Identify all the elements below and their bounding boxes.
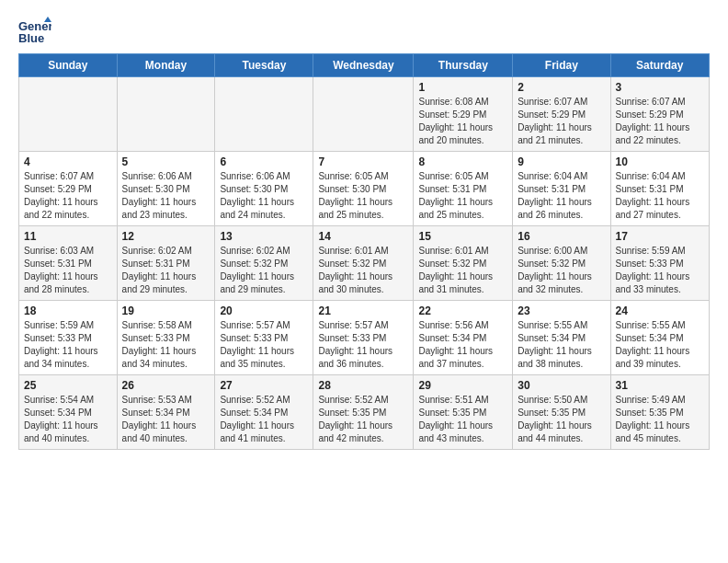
day-cell: 7Sunrise: 6:05 AM Sunset: 5:30 PM Daylig… bbox=[313, 152, 414, 226]
column-header-saturday: Saturday bbox=[610, 54, 709, 77]
day-info: Sunrise: 5:49 AM Sunset: 5:35 PM Dayligh… bbox=[616, 394, 704, 445]
day-number: 22 bbox=[418, 304, 507, 317]
day-number: 2 bbox=[518, 81, 605, 94]
day-number: 1 bbox=[418, 81, 507, 94]
week-row-4: 18Sunrise: 5:59 AM Sunset: 5:33 PM Dayli… bbox=[19, 301, 710, 375]
day-cell: 2Sunrise: 6:07 AM Sunset: 5:29 PM Daylig… bbox=[513, 77, 610, 152]
day-cell: 20Sunrise: 5:57 AM Sunset: 5:33 PM Dayli… bbox=[215, 301, 313, 375]
day-number: 7 bbox=[318, 155, 408, 168]
day-cell: 4Sunrise: 6:07 AM Sunset: 5:29 PM Daylig… bbox=[19, 152, 118, 226]
day-number: 19 bbox=[122, 304, 210, 317]
week-row-2: 4Sunrise: 6:07 AM Sunset: 5:29 PM Daylig… bbox=[19, 152, 710, 226]
day-info: Sunrise: 5:58 AM Sunset: 5:33 PM Dayligh… bbox=[122, 319, 210, 371]
day-number: 28 bbox=[318, 379, 408, 392]
column-header-sunday: Sunday bbox=[19, 54, 118, 77]
day-info: Sunrise: 5:55 AM Sunset: 5:34 PM Dayligh… bbox=[616, 319, 704, 371]
svg-text:Blue: Blue bbox=[18, 31, 44, 45]
day-cell: 12Sunrise: 6:02 AM Sunset: 5:31 PM Dayli… bbox=[117, 226, 215, 301]
day-info: Sunrise: 6:02 AM Sunset: 5:32 PM Dayligh… bbox=[220, 245, 308, 296]
calendar-header-row: SundayMondayTuesdayWednesdayThursdayFrid… bbox=[19, 54, 710, 77]
day-info: Sunrise: 6:05 AM Sunset: 5:30 PM Dayligh… bbox=[318, 170, 408, 222]
week-row-5: 25Sunrise: 5:54 AM Sunset: 5:34 PM Dayli… bbox=[19, 375, 710, 450]
day-number: 25 bbox=[24, 379, 112, 392]
day-number: 11 bbox=[24, 230, 112, 243]
day-number: 31 bbox=[616, 379, 704, 392]
day-info: Sunrise: 5:56 AM Sunset: 5:34 PM Dayligh… bbox=[418, 319, 507, 371]
day-info: Sunrise: 6:08 AM Sunset: 5:29 PM Dayligh… bbox=[418, 96, 507, 147]
day-cell: 26Sunrise: 5:53 AM Sunset: 5:34 PM Dayli… bbox=[117, 375, 215, 450]
day-cell: 24Sunrise: 5:55 AM Sunset: 5:34 PM Dayli… bbox=[610, 301, 709, 375]
logo-icon: General Blue bbox=[18, 15, 51, 48]
day-number: 14 bbox=[318, 230, 408, 243]
day-info: Sunrise: 6:03 AM Sunset: 5:31 PM Dayligh… bbox=[24, 245, 112, 296]
day-info: Sunrise: 6:06 AM Sunset: 5:30 PM Dayligh… bbox=[122, 170, 210, 222]
day-info: Sunrise: 6:01 AM Sunset: 5:32 PM Dayligh… bbox=[318, 245, 408, 296]
day-cell: 23Sunrise: 5:55 AM Sunset: 5:34 PM Dayli… bbox=[513, 301, 610, 375]
day-info: Sunrise: 5:53 AM Sunset: 5:34 PM Dayligh… bbox=[122, 394, 210, 445]
day-info: Sunrise: 5:57 AM Sunset: 5:33 PM Dayligh… bbox=[318, 319, 408, 371]
day-info: Sunrise: 5:54 AM Sunset: 5:34 PM Dayligh… bbox=[24, 394, 112, 445]
day-cell: 21Sunrise: 5:57 AM Sunset: 5:33 PM Dayli… bbox=[313, 301, 414, 375]
day-cell: 6Sunrise: 6:06 AM Sunset: 5:30 PM Daylig… bbox=[215, 152, 313, 226]
day-cell: 10Sunrise: 6:04 AM Sunset: 5:31 PM Dayli… bbox=[610, 152, 709, 226]
day-cell bbox=[313, 77, 414, 152]
day-cell: 29Sunrise: 5:51 AM Sunset: 5:35 PM Dayli… bbox=[414, 375, 513, 450]
day-cell: 31Sunrise: 5:49 AM Sunset: 5:35 PM Dayli… bbox=[610, 375, 709, 450]
day-number: 24 bbox=[616, 304, 704, 317]
day-info: Sunrise: 5:55 AM Sunset: 5:34 PM Dayligh… bbox=[518, 319, 605, 371]
day-cell: 9Sunrise: 6:04 AM Sunset: 5:31 PM Daylig… bbox=[513, 152, 610, 226]
day-number: 27 bbox=[220, 379, 308, 392]
column-header-wednesday: Wednesday bbox=[313, 54, 414, 77]
day-info: Sunrise: 5:52 AM Sunset: 5:35 PM Dayligh… bbox=[318, 394, 408, 445]
day-info: Sunrise: 5:59 AM Sunset: 5:33 PM Dayligh… bbox=[24, 319, 112, 371]
day-cell: 19Sunrise: 5:58 AM Sunset: 5:33 PM Dayli… bbox=[117, 301, 215, 375]
day-number: 5 bbox=[122, 155, 210, 168]
day-info: Sunrise: 5:59 AM Sunset: 5:33 PM Dayligh… bbox=[616, 245, 704, 296]
day-number: 23 bbox=[518, 304, 605, 317]
day-info: Sunrise: 6:04 AM Sunset: 5:31 PM Dayligh… bbox=[616, 170, 704, 222]
day-number: 10 bbox=[616, 155, 704, 168]
column-header-tuesday: Tuesday bbox=[215, 54, 313, 77]
day-number: 9 bbox=[518, 155, 605, 168]
day-cell: 5Sunrise: 6:06 AM Sunset: 5:30 PM Daylig… bbox=[117, 152, 215, 226]
week-row-1: 1Sunrise: 6:08 AM Sunset: 5:29 PM Daylig… bbox=[19, 77, 710, 152]
calendar-table: SundayMondayTuesdayWednesdayThursdayFrid… bbox=[18, 53, 710, 450]
day-cell: 3Sunrise: 6:07 AM Sunset: 5:29 PM Daylig… bbox=[610, 77, 709, 152]
day-info: Sunrise: 6:00 AM Sunset: 5:32 PM Dayligh… bbox=[518, 245, 605, 296]
day-cell: 27Sunrise: 5:52 AM Sunset: 5:34 PM Dayli… bbox=[215, 375, 313, 450]
day-info: Sunrise: 5:50 AM Sunset: 5:35 PM Dayligh… bbox=[518, 394, 605, 445]
day-info: Sunrise: 5:52 AM Sunset: 5:34 PM Dayligh… bbox=[220, 394, 308, 445]
day-number: 18 bbox=[24, 304, 112, 317]
day-number: 4 bbox=[24, 155, 112, 168]
day-info: Sunrise: 6:02 AM Sunset: 5:31 PM Dayligh… bbox=[122, 245, 210, 296]
column-header-monday: Monday bbox=[117, 54, 215, 77]
day-info: Sunrise: 6:05 AM Sunset: 5:31 PM Dayligh… bbox=[418, 170, 507, 222]
day-number: 12 bbox=[122, 230, 210, 243]
day-cell: 16Sunrise: 6:00 AM Sunset: 5:32 PM Dayli… bbox=[513, 226, 610, 301]
day-cell: 25Sunrise: 5:54 AM Sunset: 5:34 PM Dayli… bbox=[19, 375, 118, 450]
day-number: 3 bbox=[616, 81, 704, 94]
day-cell: 13Sunrise: 6:02 AM Sunset: 5:32 PM Dayli… bbox=[215, 226, 313, 301]
day-cell: 30Sunrise: 5:50 AM Sunset: 5:35 PM Dayli… bbox=[513, 375, 610, 450]
day-info: Sunrise: 6:07 AM Sunset: 5:29 PM Dayligh… bbox=[24, 170, 112, 222]
day-cell: 14Sunrise: 6:01 AM Sunset: 5:32 PM Dayli… bbox=[313, 226, 414, 301]
day-number: 16 bbox=[518, 230, 605, 243]
day-number: 29 bbox=[418, 379, 507, 392]
day-cell: 28Sunrise: 5:52 AM Sunset: 5:35 PM Dayli… bbox=[313, 375, 414, 450]
day-info: Sunrise: 6:06 AM Sunset: 5:30 PM Dayligh… bbox=[220, 170, 308, 222]
day-info: Sunrise: 6:04 AM Sunset: 5:31 PM Dayligh… bbox=[518, 170, 605, 222]
day-info: Sunrise: 5:51 AM Sunset: 5:35 PM Dayligh… bbox=[418, 394, 507, 445]
day-number: 30 bbox=[518, 379, 605, 392]
column-header-thursday: Thursday bbox=[414, 54, 513, 77]
calendar-body: 1Sunrise: 6:08 AM Sunset: 5:29 PM Daylig… bbox=[19, 77, 710, 450]
day-cell: 22Sunrise: 5:56 AM Sunset: 5:34 PM Dayli… bbox=[414, 301, 513, 375]
week-row-3: 11Sunrise: 6:03 AM Sunset: 5:31 PM Dayli… bbox=[19, 226, 710, 301]
header: General Blue bbox=[18, 15, 710, 48]
day-number: 21 bbox=[318, 304, 408, 317]
day-cell bbox=[215, 77, 313, 152]
day-cell bbox=[19, 77, 118, 152]
day-number: 15 bbox=[418, 230, 507, 243]
day-cell: 17Sunrise: 5:59 AM Sunset: 5:33 PM Dayli… bbox=[610, 226, 709, 301]
day-info: Sunrise: 5:57 AM Sunset: 5:33 PM Dayligh… bbox=[220, 319, 308, 371]
day-cell: 1Sunrise: 6:08 AM Sunset: 5:29 PM Daylig… bbox=[414, 77, 513, 152]
